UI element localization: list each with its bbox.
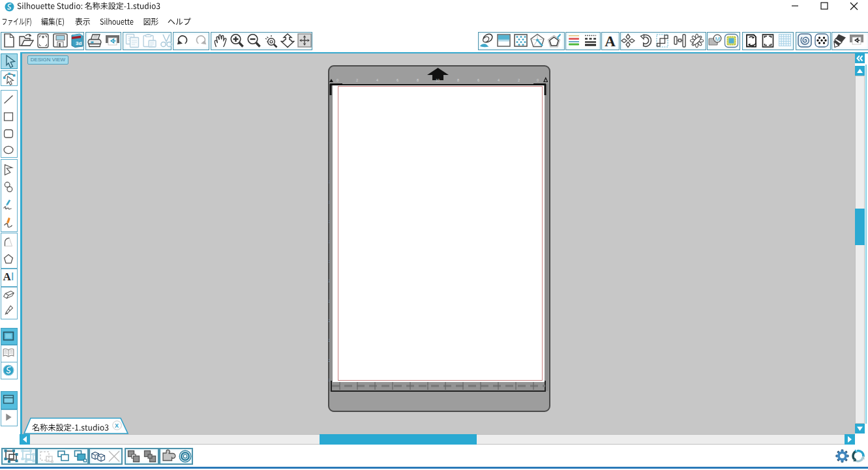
svg-text:3d: 3d bbox=[76, 40, 82, 46]
svg-text:M: M bbox=[715, 36, 721, 42]
svg-text:X: X bbox=[115, 422, 119, 429]
